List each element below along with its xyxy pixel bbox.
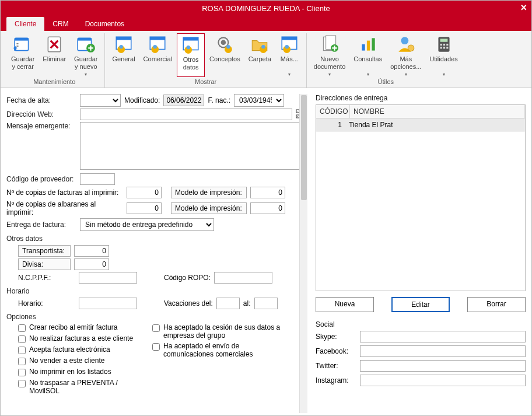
new-doc-icon bbox=[320, 34, 340, 54]
content-area: Fecha de alta: Modificado: F. nac.: 03/0… bbox=[1, 88, 531, 416]
tab-cliente[interactable]: Cliente bbox=[6, 17, 44, 31]
lbl-al: al: bbox=[243, 299, 251, 307]
chevron-down-icon: ▾ bbox=[328, 72, 331, 77]
vacaciones-al-input[interactable] bbox=[254, 298, 278, 309]
section-otros-datos: Otros datos bbox=[6, 235, 305, 243]
svg-rect-3 bbox=[17, 46, 19, 47]
btn-comercial-label: Comercial bbox=[144, 55, 173, 72]
instagram-input[interactable] bbox=[360, 375, 526, 386]
btn-guardar-nuevo[interactable]: Guardar y nuevo ▾ bbox=[71, 33, 101, 77]
delivery-grid: CÓDIGO NOMBRE 1 Tienda El Prat bbox=[316, 104, 526, 291]
lbl-social: Social bbox=[316, 320, 526, 328]
svg-rect-43 bbox=[440, 47, 442, 48]
btn-guardar-cerrar-label: Guardar y cerrar bbox=[11, 55, 34, 72]
btn-carpeta[interactable]: Carpeta bbox=[245, 33, 275, 77]
copias-albaranes-input[interactable] bbox=[127, 202, 162, 214]
lbl-ncppf: N.C.P.P.F.: bbox=[18, 274, 75, 282]
svg-rect-2 bbox=[17, 43, 19, 44]
btn-otros-datos[interactable]: Otros datos bbox=[177, 33, 205, 77]
btn-utilidades-label: Utilidades bbox=[429, 55, 457, 72]
codigo-proveedor-input[interactable] bbox=[80, 173, 115, 185]
btn-comercial[interactable]: Comercial bbox=[140, 33, 176, 77]
btn-utilidades[interactable]: Utilidades ▾ bbox=[426, 33, 461, 77]
btn-mas[interactable]: Más... ▾ bbox=[276, 33, 303, 77]
delivery-grid-body[interactable]: 1 Tienda El Prat bbox=[316, 118, 525, 291]
conceptos-icon bbox=[215, 34, 235, 54]
chevron-down-icon: ▾ bbox=[288, 72, 290, 77]
btn-transportista[interactable]: Transportista: bbox=[18, 245, 71, 257]
lbl-modelo-impresion-b[interactable]: Modelo de impresión: bbox=[171, 202, 247, 214]
btn-guardar-cerrar[interactable]: Guardar y cerrar bbox=[8, 33, 38, 77]
save-close-icon bbox=[13, 34, 33, 54]
table-row[interactable]: 1 Tienda El Prat bbox=[316, 118, 525, 132]
btn-divisa[interactable]: Divisa: bbox=[18, 258, 71, 270]
tab-crm[interactable]: CRM bbox=[44, 17, 76, 31]
copias-facturas-input[interactable] bbox=[127, 187, 162, 198]
svg-rect-40 bbox=[440, 44, 442, 46]
tab-documentos[interactable]: Documentos bbox=[77, 17, 132, 31]
close-icon[interactable]: × bbox=[520, 2, 527, 14]
ncppf-input[interactable] bbox=[79, 272, 137, 284]
lbl-chk-novender: No vender a este cliente bbox=[29, 356, 104, 365]
fnac-input[interactable]: 03/03/1945 bbox=[234, 94, 284, 107]
transportista-input[interactable] bbox=[74, 245, 109, 257]
svg-point-15 bbox=[153, 45, 157, 48]
btn-mas-opciones[interactable]: Más opciones... ▾ bbox=[387, 33, 425, 77]
save-new-icon bbox=[76, 34, 96, 54]
chevron-down-icon: ▾ bbox=[85, 72, 87, 77]
skype-input[interactable] bbox=[360, 331, 526, 342]
btn-nueva[interactable]: Nueva bbox=[316, 297, 374, 312]
lbl-entrega-factura: Entrega de factura: bbox=[6, 221, 76, 229]
fecha-alta-input[interactable] bbox=[80, 94, 121, 107]
btn-editar[interactable]: Editar bbox=[391, 297, 450, 312]
modelo-impresion-b-input[interactable] bbox=[250, 202, 285, 214]
btn-consultas[interactable]: Consultas ▾ bbox=[350, 33, 386, 77]
chk-crear-recibo[interactable] bbox=[18, 324, 26, 332]
chk-no-imprimir[interactable] bbox=[18, 369, 26, 376]
chk-acepta-elec[interactable] bbox=[18, 347, 26, 354]
chart-icon bbox=[358, 34, 378, 54]
btn-conceptos[interactable]: Conceptos bbox=[206, 33, 244, 77]
col-nombre[interactable]: NOMBRE bbox=[350, 105, 525, 118]
facebook-input[interactable] bbox=[360, 345, 526, 357]
chk-cesion-datos[interactable] bbox=[152, 324, 160, 332]
svg-point-19 bbox=[187, 46, 190, 49]
svg-rect-33 bbox=[362, 44, 365, 51]
lbl-direccion-web: Dirección Web: bbox=[6, 110, 76, 118]
btn-nuevo-documento[interactable]: Nuevo documento ▾ bbox=[310, 33, 349, 77]
chk-no-facturas[interactable] bbox=[18, 335, 26, 343]
btn-conceptos-label: Conceptos bbox=[209, 55, 240, 72]
btn-eliminar[interactable]: Eliminar bbox=[39, 33, 69, 77]
svg-rect-42 bbox=[446, 44, 448, 46]
entrega-factura-select[interactable]: Sin método de entrega predefinido bbox=[80, 218, 214, 231]
svg-rect-45 bbox=[446, 47, 448, 48]
scrollbar[interactable] bbox=[299, 94, 307, 413]
btn-borrar[interactable]: Borrar bbox=[467, 297, 526, 312]
twitter-input[interactable] bbox=[360, 360, 526, 372]
vacaciones-del-input[interactable] bbox=[216, 298, 240, 309]
lbl-twitter: Twitter: bbox=[316, 362, 356, 370]
mensaje-emergente-input[interactable] bbox=[80, 122, 305, 170]
modelo-impresion-a-input[interactable] bbox=[250, 187, 285, 198]
ribbon-group-utiles: Nuevo documento ▾ Consultas ▾ Más opcion… bbox=[307, 33, 465, 88]
divisa-input[interactable] bbox=[74, 258, 109, 270]
col-codigo[interactable]: CÓDIGO bbox=[316, 105, 350, 118]
lbl-horario: Horario: bbox=[18, 299, 75, 307]
lbl-copias-facturas: Nº de copias de facturas al imprimir: bbox=[6, 188, 123, 197]
svg-point-11 bbox=[120, 45, 123, 48]
svg-rect-27 bbox=[282, 37, 297, 40]
more-icon bbox=[279, 34, 299, 54]
codigo-ropo-input[interactable] bbox=[214, 272, 272, 284]
horario-input[interactable] bbox=[79, 298, 137, 309]
chk-no-traspasar[interactable] bbox=[18, 380, 26, 387]
svg-rect-6 bbox=[78, 38, 91, 40]
chk-no-vender[interactable] bbox=[18, 358, 26, 365]
row-nombre: Tienda El Prat bbox=[345, 118, 525, 131]
svg-rect-39 bbox=[440, 39, 447, 41]
direccion-web-input[interactable] bbox=[80, 109, 292, 120]
svg-rect-44 bbox=[443, 47, 445, 48]
btn-mas-opciones-label: Más opciones... bbox=[390, 55, 421, 72]
btn-general[interactable]: General bbox=[108, 33, 138, 77]
lbl-modelo-impresion-a[interactable]: Modelo de impresión: bbox=[171, 187, 247, 198]
chk-envio-com[interactable] bbox=[152, 343, 160, 351]
